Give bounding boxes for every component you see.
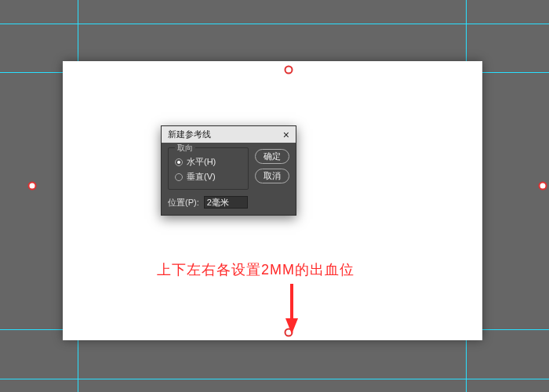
radio-horizontal-label: 水平(H) — [187, 156, 216, 168]
orientation-legend: 取向 — [175, 143, 195, 154]
radio-icon — [175, 158, 183, 166]
annotation-text: 上下左右各设置2MM的出血位 — [157, 260, 354, 279]
position-input[interactable] — [204, 196, 248, 209]
handle-right[interactable] — [539, 182, 547, 191]
cancel-button[interactable]: 取消 — [255, 169, 289, 183]
svg-marker-1 — [285, 318, 298, 334]
radio-vertical[interactable]: 垂直(V) — [175, 171, 242, 183]
dialog-titlebar[interactable]: 新建参考线 × — [162, 126, 296, 143]
handle-left[interactable] — [28, 182, 37, 191]
position-label: 位置(P): — [168, 197, 199, 209]
ok-button[interactable]: 确定 — [255, 149, 289, 164]
dialog-title-text: 新建参考线 — [168, 129, 211, 140]
guide-canvas-top — [0, 24, 549, 24]
guide-canvas-bottom — [0, 379, 549, 379]
radio-horizontal[interactable]: 水平(H) — [175, 156, 242, 168]
annotation-arrow-icon — [284, 282, 300, 336]
close-icon[interactable]: × — [283, 129, 289, 140]
new-guide-dialog: 新建参考线 × 取向 水平(H) 垂直(V) 确定 取消 位置(P): — [161, 125, 296, 216]
handle-top[interactable] — [285, 66, 293, 74]
radio-icon — [175, 173, 183, 181]
radio-vertical-label: 垂直(V) — [187, 171, 216, 183]
orientation-group: 取向 水平(H) 垂直(V) — [168, 147, 249, 190]
